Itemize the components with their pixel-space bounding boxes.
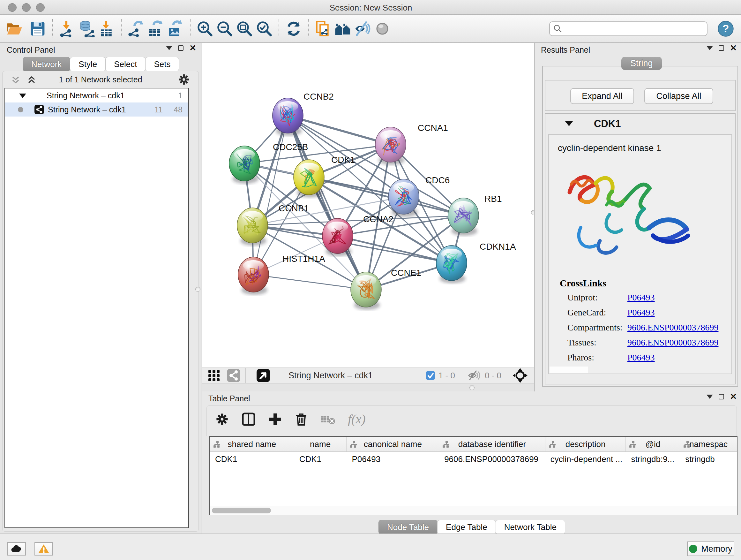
crosslink-pharos-link[interactable]: P06493 xyxy=(627,353,655,368)
crosslink-compartments-link[interactable]: 9606.ENSP00000378699 xyxy=(627,322,718,337)
network-node-CDK1[interactable]: CDK1 xyxy=(293,155,355,197)
memory-button[interactable]: Memory xyxy=(687,542,734,556)
title-bar: Session: New Session xyxy=(0,0,741,15)
maximize-results-panel-icon[interactable] xyxy=(719,45,724,51)
splitter-handle-dot[interactable] xyxy=(469,385,475,390)
network-edge-HIST1H1A-CCNE1[interactable] xyxy=(253,274,366,290)
zoom-fit-icon[interactable] xyxy=(234,19,254,39)
network-node-CDKN1A[interactable]: CDKN1A xyxy=(436,242,516,283)
float-panel-icon[interactable] xyxy=(166,46,172,50)
tab-sets[interactable]: Sets xyxy=(145,57,179,71)
selected-checkbox-icon[interactable] xyxy=(426,371,435,380)
import-network-icon[interactable] xyxy=(57,19,77,39)
zoom-in-icon[interactable] xyxy=(195,19,215,39)
tab-node-table[interactable]: Node Table xyxy=(379,520,437,535)
search-field[interactable] xyxy=(549,21,708,36)
column-header-description[interactable]: description xyxy=(545,437,626,451)
svg-text:?: ? xyxy=(723,22,729,35)
table-options-gear-icon[interactable] xyxy=(215,412,229,426)
tab-network[interactable]: Network xyxy=(23,57,70,71)
network-selection-status: 1 of 1 Network selected xyxy=(3,75,199,84)
results-panel-title: Results Panel xyxy=(541,45,590,55)
close-table-panel-icon[interactable]: ✕ xyxy=(730,394,737,399)
crosslink-tissues-link[interactable]: 9606.ENSP00000378699 xyxy=(627,337,718,353)
scrollbar-thumb[interactable] xyxy=(212,508,271,513)
grid-view-icon[interactable] xyxy=(207,368,222,383)
collapse-all-button[interactable]: Collapse All xyxy=(644,88,713,104)
crosslink-uniprot-link[interactable]: P06493 xyxy=(627,293,655,307)
delete-column-icon[interactable] xyxy=(294,412,308,426)
float-table-panel-icon[interactable] xyxy=(706,395,713,399)
add-column-icon[interactable] xyxy=(268,412,282,426)
crosslink-genecard-link[interactable]: P06493 xyxy=(627,307,655,322)
network-node-CDC6[interactable]: CDC6 xyxy=(388,175,450,217)
share-view-icon[interactable] xyxy=(226,368,241,383)
column-type-icon xyxy=(213,441,221,448)
apply-layout-icon[interactable] xyxy=(284,19,304,39)
import-network-database-icon[interactable] xyxy=(77,19,97,39)
tab-edge-table[interactable]: Edge Table xyxy=(437,520,496,535)
column-header-canonical-name[interactable]: canonical name xyxy=(347,437,439,451)
show-columns-icon[interactable] xyxy=(241,412,256,427)
zoom-selected-icon[interactable] xyxy=(254,19,274,39)
export-image-icon[interactable] xyxy=(165,19,185,39)
help-icon[interactable]: ? xyxy=(716,19,736,39)
cloud-icon xyxy=(10,544,23,553)
table-row[interactable]: CDK1 CDK1 P06493 9606.ENSP00000378699 cy… xyxy=(210,452,737,466)
column-header-name[interactable]: name xyxy=(294,437,347,451)
show-annotations-eye-icon[interactable] xyxy=(373,19,392,39)
node-table: shared name name canonical name database… xyxy=(209,436,738,515)
results-scroll-area[interactable] xyxy=(549,367,588,373)
export-table-icon[interactable] xyxy=(146,19,165,39)
import-table-icon[interactable] xyxy=(97,19,117,39)
close-results-panel-icon[interactable]: ✕ xyxy=(730,45,737,51)
open-in-window-icon[interactable] xyxy=(256,368,271,383)
warning-status-button[interactable] xyxy=(35,542,53,556)
node-label-CDKN1A: CDKN1A xyxy=(480,242,516,252)
search-input[interactable] xyxy=(562,24,697,33)
left-splitter-handle-dot[interactable] xyxy=(195,287,200,292)
network-edge-CCNB2-HIST1H1A[interactable] xyxy=(253,116,288,274)
expand-all-button[interactable]: Expand All xyxy=(570,88,634,104)
entry-collapse-icon[interactable] xyxy=(565,121,573,126)
column-header-database-identifier[interactable]: database identifier xyxy=(439,437,545,451)
tab-style[interactable]: Style xyxy=(70,57,106,71)
float-results-panel-icon[interactable] xyxy=(706,46,713,50)
column-header-id[interactable]: @id xyxy=(626,437,680,451)
birdseye-crosshair-icon[interactable] xyxy=(512,368,528,383)
copy-annotation-icon[interactable] xyxy=(313,19,333,39)
string-network-graph[interactable]: CCNB2CCNA1CDC25BCDK1CDC6RB1CCNB1CCNA2CDK… xyxy=(202,43,534,368)
cell-description: cyclin-dependent ... xyxy=(545,452,626,466)
network-node-HIST1H1A[interactable]: HIST1H1A xyxy=(238,254,325,295)
network-row[interactable]: String Network – cdk1 11 48 xyxy=(5,103,188,117)
function-builder-icon[interactable]: f(x) xyxy=(348,412,366,427)
network-node-CCNA1[interactable]: CCNA1 xyxy=(375,123,448,165)
tab-network-table[interactable]: Network Table xyxy=(495,520,565,535)
open-session-icon[interactable] xyxy=(4,19,24,39)
hide-details-eye-icon[interactable] xyxy=(353,19,373,39)
collection-label: String Network – cdk1 xyxy=(47,91,125,100)
maximize-table-panel-icon[interactable] xyxy=(719,394,724,399)
column-header-namespace[interactable]: namespac xyxy=(680,437,737,451)
tab-select[interactable]: Select xyxy=(105,57,145,71)
cdk1-entry-header[interactable]: CDK1 xyxy=(545,114,735,134)
table-horizontal-scrollbar[interactable] xyxy=(210,506,737,515)
network-node-RB1[interactable]: RB1 xyxy=(448,194,502,236)
tab-string-results[interactable]: String xyxy=(621,57,662,70)
export-network-icon[interactable] xyxy=(126,19,146,39)
save-session-icon[interactable] xyxy=(28,19,48,39)
delete-table-icon[interactable] xyxy=(320,414,336,425)
hidden-eye-slash-icon[interactable] xyxy=(468,370,482,381)
collection-expand-icon[interactable] xyxy=(19,94,26,98)
node-label-CCNA2: CCNA2 xyxy=(363,214,394,224)
network-options-gear-icon[interactable] xyxy=(178,73,190,87)
home-networks-icon[interactable] xyxy=(333,19,353,39)
maximize-panel-icon[interactable] xyxy=(178,45,184,51)
network-collection-row[interactable]: String Network – cdk1 1 xyxy=(5,88,188,103)
network-view-canvas[interactable]: CCNB2CCNA1CDC25BCDK1CDC6RB1CCNB1CCNA2CDK… xyxy=(202,43,534,368)
cloud-status-button[interactable] xyxy=(7,542,26,556)
zoom-out-icon[interactable] xyxy=(215,19,234,39)
close-panel-icon[interactable]: ✕ xyxy=(189,45,196,51)
column-header-shared-name[interactable]: shared name xyxy=(210,437,294,451)
window-title: Session: New Session xyxy=(0,3,741,13)
